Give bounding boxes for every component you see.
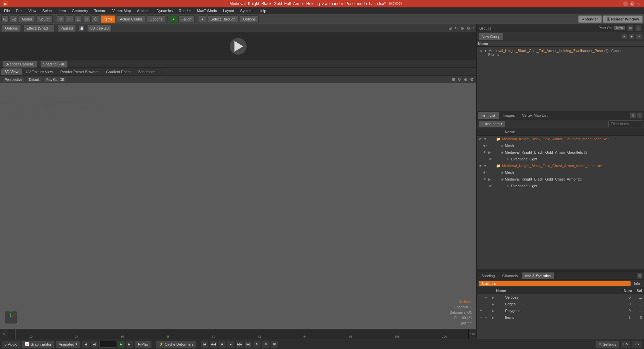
stat-row[interactable]: + − ▶ Polygons 0 ... — [477, 307, 644, 314]
sculpt-btn[interactable]: Sculpt — [36, 15, 53, 23]
item-eye-icon[interactable]: 👁 — [489, 184, 492, 188]
group-item[interactable]: 👁 ▼ Medieval_Knight_Black_Gold_Full_Armo… — [478, 48, 643, 57]
stat-row[interactable]: + − ▶ Vertices 0 ... — [477, 294, 644, 301]
transport-btn-9[interactable]: ⊞ — [271, 341, 278, 348]
menu-item-item[interactable]: Item — [56, 8, 68, 13]
toolbar-icon-1[interactable]: F1 — [1, 15, 9, 23]
stats-tab-add[interactable]: + — [555, 274, 559, 278]
menu-item-animate[interactable]: Animate — [134, 8, 153, 13]
default-label[interactable]: Default — [27, 78, 42, 82]
transport-prev-frame-btn[interactable]: ◀ — [91, 341, 98, 348]
groups-collapse-btn[interactable]: › — [635, 25, 641, 31]
stats-expand-btn[interactable]: ⊞ — [637, 273, 643, 279]
animated-btn[interactable]: Animated ▾ — [56, 341, 80, 348]
items-btn[interactable]: Items — [101, 15, 116, 23]
vp-settings-icon[interactable]: ⚙ — [470, 77, 474, 82]
stat-minus-btn[interactable]: − — [485, 302, 490, 306]
tool-icon-1[interactable]: ◇ — [57, 15, 64, 23]
vertex-map-tab[interactable]: Vertex Map List — [519, 112, 551, 119]
preview-canvas[interactable] — [0, 32, 476, 60]
transport-btn-4[interactable]: ● — [227, 341, 234, 348]
graph-editor-btn[interactable]: 📈 Graph Editor — [22, 341, 54, 348]
stat-arrow[interactable]: ▶ — [492, 316, 497, 319]
menu-item-texture[interactable]: Texture — [92, 8, 109, 13]
pass-new-btn[interactable]: New — [614, 26, 625, 31]
tool-icon-2[interactable]: ○ — [66, 15, 73, 23]
stat-arrow[interactable]: ▶ — [492, 296, 497, 299]
item-list-content[interactable]: 👁 ▼ 📁 Medieval_Knight_Black_Gold_Armor_G… — [477, 136, 644, 269]
menu-item-dynamics[interactable]: Dynamics — [154, 8, 175, 13]
preview-lut-btn[interactable]: LUT: sRGB — [87, 24, 112, 32]
shading-btn[interactable]: Shading: Full — [40, 60, 68, 68]
list-item[interactable]: 👁 ▼ 📁 Medieval_Knight_Black_Gold_Chest_A… — [477, 162, 644, 169]
vp-zoom-icon[interactable]: ⊕ — [464, 77, 467, 82]
transport-to-start-btn[interactable]: |◀ — [82, 341, 89, 348]
item-list-collapse-btn[interactable]: › — [637, 112, 643, 118]
viewport-3d[interactable]: Perspective Default Ray GL: Off ⊞ ↻ ⊕ ⚙ … — [0, 76, 476, 329]
stat-row[interactable]: + − ▶ Items 1 0 — [477, 314, 644, 321]
co-btn[interactable]: Co — [621, 341, 631, 348]
frame-input[interactable]: 0 — [99, 341, 116, 348]
preview-paused-btn[interactable]: Paused — [57, 24, 76, 32]
transport-btn-7[interactable]: ↻ — [253, 341, 261, 348]
menu-item-edit[interactable]: Edit — [13, 8, 25, 13]
item-eye-icon[interactable]: 👁 — [483, 178, 487, 181]
tool-icon-5[interactable]: ⬡ — [92, 15, 99, 23]
transport-play-btn[interactable]: ▶ — [117, 341, 125, 348]
groups-expand-btn[interactable]: ⊞ — [627, 25, 633, 31]
transport-btn-2[interactable]: ◀◀ — [210, 341, 217, 348]
list-item[interactable]: 👁 ☀ Directional Light — [477, 183, 644, 189]
menu-item-help[interactable]: Help — [256, 8, 269, 13]
preview-chevron-btn[interactable]: › — [473, 26, 474, 31]
transport-btn-1[interactable]: |◀ — [201, 341, 208, 348]
timeline[interactable]: 0 10 24 36 48 60 72 84 96 108 120 — [0, 329, 476, 339]
preview-icon-1[interactable]: 💾 — [78, 25, 85, 31]
menu-item-view[interactable]: View — [26, 8, 39, 13]
viewport-tab-3[interactable]: Gradient Editor — [103, 68, 134, 75]
stat-add-btn[interactable]: + — [479, 315, 484, 320]
filter-input[interactable] — [608, 120, 642, 127]
item-eye-icon[interactable]: 👁 — [483, 151, 487, 154]
render-camera-btn[interactable]: (Render Camera) — [3, 60, 38, 68]
render-btn[interactable]: ● Render — [578, 15, 602, 23]
groups-toolbar-icon3[interactable]: ✏ — [636, 34, 642, 40]
menu-item-file[interactable]: File — [1, 8, 13, 13]
stat-add-btn[interactable]: + — [479, 295, 484, 300]
maximize-btn[interactable]: □ — [630, 1, 635, 6]
transport-next-frame-btn[interactable]: ▶| — [126, 341, 133, 348]
menu-item-geometry[interactable]: Geometry — [69, 8, 91, 13]
item-eye-icon[interactable]: 👁 — [483, 171, 487, 174]
viewport-tab-1[interactable]: UV Texture View — [22, 68, 56, 75]
menu-item-vertex map[interactable]: Vertex Map — [110, 8, 134, 13]
item-list-tab[interactable]: Item List — [478, 112, 499, 119]
channels-tab[interactable]: Channels — [499, 272, 521, 279]
ray-gl-label[interactable]: Ray GL: Off — [44, 78, 66, 82]
groups-toolbar-icon1[interactable]: ● — [621, 34, 627, 40]
tool-icon-4[interactable]: □ — [83, 15, 91, 23]
action-center-btn[interactable]: Action Center — [117, 15, 145, 23]
item-eye-icon[interactable]: 👁 — [479, 164, 482, 168]
preview-options-btn[interactable]: Options — [2, 24, 21, 32]
play-btn[interactable]: ▶ Play — [135, 341, 152, 348]
play-button[interactable] — [230, 38, 247, 55]
falloff-btn[interactable]: Falloff — [178, 15, 195, 23]
transport-btn-8[interactable]: ⊕ — [262, 341, 269, 348]
stat-minus-btn[interactable]: − — [485, 309, 490, 313]
list-item[interactable]: 👁 ▶ ◈ Medieval_Knight_Black_Gold_Chest_A… — [477, 176, 644, 183]
list-item[interactable]: 👁 ◈ Mesh — [477, 142, 644, 149]
tool-icon-3[interactable]: △ — [74, 15, 82, 23]
preview-settings-btn[interactable]: ⚙ — [467, 26, 470, 31]
vp-expand-icon[interactable]: ⊞ — [452, 77, 455, 82]
stats-content[interactable]: + − ▶ Vertices 0 ... + − ▶ Edges 0 ... + — [477, 294, 644, 339]
stat-arrow[interactable]: ▶ — [492, 309, 497, 313]
new-group-btn[interactable]: New Group — [479, 33, 503, 40]
options-btn[interactable]: Options — [147, 15, 165, 23]
groups-toolbar-icon2[interactable]: ◈ — [629, 34, 635, 40]
settings-btn[interactable]: ⚙ Settings — [595, 341, 619, 348]
render-window-btn[interactable]: ◫ Render Window — [603, 15, 643, 23]
close-btn[interactable]: ✕ — [637, 1, 641, 6]
preview-expand-btn[interactable]: ⊞ — [448, 26, 452, 31]
item-list-expand-btn[interactable]: ⊞ — [630, 112, 636, 118]
viewport-tab-4[interactable]: Schematic — [135, 68, 159, 75]
item-eye-icon[interactable]: 👁 — [489, 157, 492, 161]
